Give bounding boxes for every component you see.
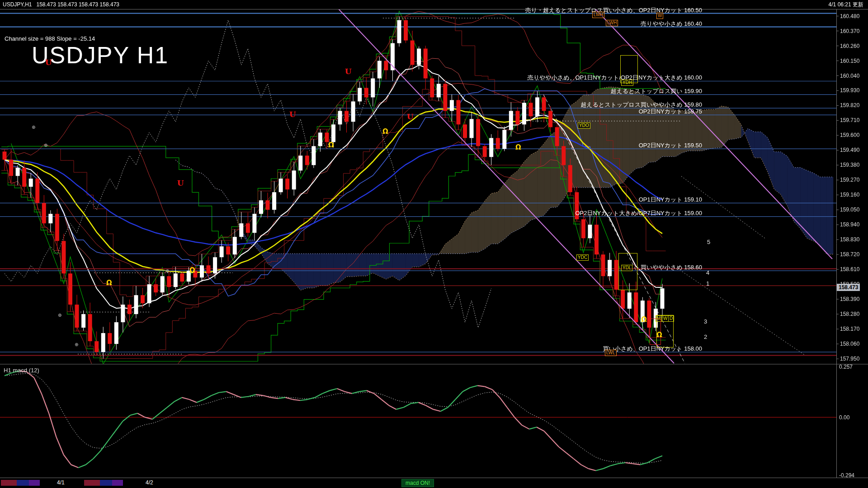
price-axis-tick: 159.930 [840, 87, 859, 94]
macd-panel-area[interactable] [0, 365, 836, 477]
timeline-bar: 4/1 4/2 macd ON! [0, 478, 868, 488]
price-level-annotation[interactable]: 売りやや小さめ、OP1日NYカット/OP2日NYカット大きめ 160.00 [528, 74, 702, 82]
sell-signal-icon: U [45, 58, 52, 67]
wave-count-number: 5 [707, 239, 710, 245]
price-axis-tick: 159.820 [840, 102, 859, 108]
wave-count-number: 3 [704, 318, 707, 325]
buy-signal-icon: Ω [515, 143, 521, 151]
sell-signal-icon: U [177, 178, 184, 188]
symbol-ohlc-readout: USDJPY,H1 158.473 158.473 158.473 158.47… [3, 0, 119, 9]
price-axis-tick: 158.390 [840, 296, 859, 302]
macd-toggle-button[interactable]: macd ON! [401, 479, 434, 487]
update-timestamp: 4/1 06:21 更新 [829, 0, 863, 9]
chart-watermark-title: USDJPY H1 [32, 42, 169, 69]
pivot-marker-icon: ⊕ [75, 342, 78, 347]
buy-signal-icon: Ω [328, 141, 334, 149]
price-axis-tick: 159.160 [840, 192, 859, 198]
session-block [84, 480, 100, 486]
buy-signal-icon: Ω [189, 266, 195, 274]
macd-scale-zero: 0.00 [839, 414, 849, 421]
session-block [1, 480, 17, 486]
macd-scale-max: 0.257 [839, 364, 853, 370]
window-title-bar: USDJPY,H1 158.473 158.473 158.473 158.47… [0, 0, 868, 9]
marker-tag-ydc[interactable]: YDC [576, 254, 589, 261]
price-level-annotation[interactable]: 売り・超えるとストップロス買い小さめ、OP2日NYカット 160.50 [525, 6, 702, 14]
price-axis-tick: 158.280 [840, 311, 859, 317]
price-level-annotation[interactable]: 売りやや小さめ 160.40 [641, 20, 702, 28]
buy-signal-icon: Ω [106, 279, 112, 287]
sell-signal-icon: U [345, 67, 352, 76]
price-axis-tick: 159.490 [840, 147, 859, 153]
channel-info-label: Channel size = 988 Slope = -25.14 [5, 35, 95, 42]
mt4-chart-window: USDJPY,H1 158.473 158.473 158.473 158.47… [0, 0, 868, 488]
buy-signal-icon: Ω [641, 315, 647, 324]
price-axis-tick: 160.480 [840, 13, 859, 19]
date-label: 4/1 [57, 479, 65, 486]
price-level-annotation[interactable]: OP1日NYカット 159.10 [639, 196, 702, 204]
marker-tag-ydo[interactable]: YDO [578, 122, 590, 129]
session-block [100, 480, 112, 486]
pivot-marker-icon: ⊕ [58, 313, 61, 318]
price-level-annotation[interactable]: 買い小さめ、OP1日NYカット 158.00 [603, 345, 702, 353]
buy-signal-icon: Ω [656, 331, 662, 339]
price-axis-tick: 160.370 [840, 28, 859, 34]
macd-scale-min: -0.294 [839, 472, 854, 479]
price-axis-tick: 157.950 [840, 356, 859, 362]
price-level-annotation[interactable]: OP2日NYカット 159.75 [639, 108, 702, 116]
price-level-annotation[interactable]: OP2日NYカット大きめ/OP7日NYカット 159.00 [575, 209, 702, 217]
session-block [112, 480, 123, 486]
date-label: 4/2 [146, 479, 153, 486]
price-axis-tick: 158.170 [840, 326, 859, 332]
wave-count-number: 2 [704, 333, 707, 340]
pivot-marker-icon: ⊕ [44, 143, 47, 148]
price-axis-tick: 158.940 [840, 221, 859, 228]
session-block [29, 480, 40, 486]
price-axis-tick: 158.830 [840, 236, 859, 243]
price-axis-tick: 158.720 [840, 251, 859, 258]
marker-tag-lmh[interactable]: LMH [592, 12, 604, 18]
wave-count-number: 4 [706, 269, 709, 276]
price-axis-tick: 158.060 [840, 341, 859, 347]
price-axis-tick: 159.710 [840, 117, 859, 123]
marker-tag-lwh[interactable]: LWH [606, 20, 618, 26]
price-level-annotation[interactable]: 買いやや小さめ 158.60 [641, 263, 702, 272]
price-level-annotation[interactable]: OP2日NYカット 159.50 [639, 141, 702, 150]
macd-indicator-label: H1 macd (12) [4, 367, 39, 374]
sell-signal-icon: U [289, 110, 296, 119]
pivot-marker-icon: ⊕ [165, 268, 169, 273]
price-axis[interactable] [836, 9, 868, 478]
price-axis-tick: 159.380 [840, 162, 859, 168]
price-axis-tick: 160.150 [840, 58, 859, 64]
session-block [17, 480, 29, 486]
price-level-annotation[interactable]: 超えるとストップロス買い 159.90 [611, 87, 702, 95]
pivot-marker-icon: ⊕ [32, 125, 35, 130]
marker-box[interactable] [618, 253, 637, 290]
buy-signal-icon: Ω [382, 127, 388, 136]
price-axis-tick: 158.610 [840, 266, 859, 272]
price-axis-tick: 159.270 [840, 177, 859, 183]
marker-tag-lwl[interactable]: LWL [605, 350, 617, 356]
marker-box[interactable] [620, 55, 638, 83]
wave-count-number: 1 [706, 280, 709, 287]
current-price-badge: 158.473 [837, 284, 860, 291]
price-axis-tick: 160.260 [840, 43, 859, 49]
price-axis-tick: 159.600 [840, 132, 859, 138]
sell-signal-icon: U [407, 112, 414, 121]
marker-tag-w[interactable]: W [656, 13, 663, 19]
price-axis-tick: 159.050 [840, 206, 859, 213]
price-axis-tick: 160.040 [840, 73, 859, 79]
